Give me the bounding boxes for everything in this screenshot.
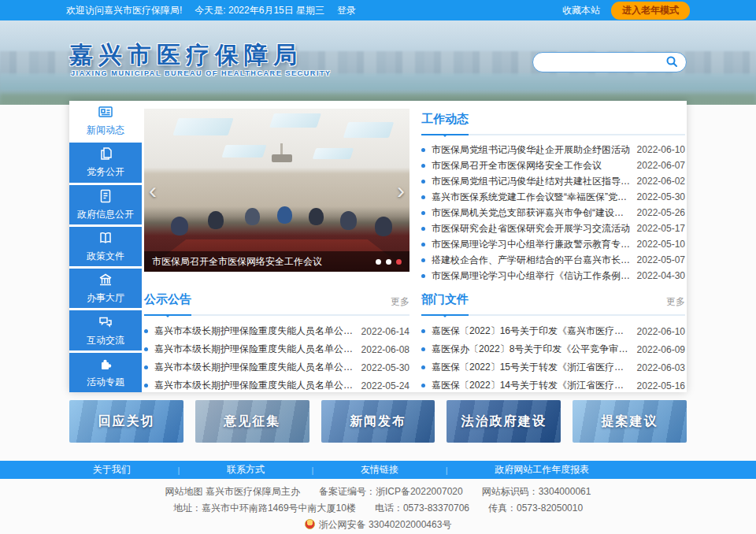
bullet-icon [421, 243, 425, 247]
work-news-list: 市医保局党组书记冯俊华赴企开展助企纾困活动2022-06-10 市医保局召开全市… [421, 142, 685, 284]
sitemap-link[interactable]: 网站地图 [165, 486, 203, 497]
bullet-icon [421, 329, 425, 333]
newspaper-icon [97, 104, 114, 120]
footer-line1: 网站地图 嘉兴市医疗保障局主办 备案证编号：浙ICP备2022007020 网站… [0, 484, 756, 500]
footer-security-link[interactable]: 浙公网安备 33040202000463号 [0, 517, 756, 533]
sidebar-item-service-hall[interactable]: 办事大厅 [69, 269, 142, 308]
news-item[interactable]: 市医保局党组书记冯俊华赴企开展助企纾困活动2022-06-10 [421, 142, 685, 158]
news-title: 市医保局机关党总支部获评嘉兴市争创“建设清廉机... [432, 206, 631, 220]
news-item[interactable]: 市医保局理论学习中心组举行廉政警示教育专题学习...2022-05-10 [421, 236, 685, 252]
puzzle-icon [98, 356, 113, 372]
carousel-dot-active[interactable] [396, 259, 402, 265]
banner-label: 提案建议 [602, 413, 658, 430]
footer-nav: 关于我们 | 联系方式 | 友情链接 | 政府网站工作年度报表 [0, 461, 756, 479]
news-date: 2022-06-10 [637, 144, 685, 155]
banner-label: 回应关切 [98, 413, 154, 430]
news-item[interactable]: 市医保局召开全市医保网络安全工作会议2022-06-07 [421, 158, 685, 173]
news-date: 2022-05-10 [637, 239, 685, 250]
section-work-news: 工作动态 市医保局党组书记冯俊华赴企开展助企纾困活动2022-06-10 市医保… [421, 112, 685, 284]
banner-rule-of-law[interactable]: 法治政府建设 [447, 400, 561, 443]
police-badge-icon [305, 519, 315, 529]
news-date: 2022-06-08 [361, 344, 410, 355]
news-item[interactable]: 嘉医保〔2022〕16号关于印发《嘉兴市医疗保...2022-06-10 [421, 322, 685, 340]
section-header: 工作动态 [421, 112, 685, 135]
ceiling-light [173, 118, 234, 135]
carousel-dots [376, 259, 402, 265]
news-item[interactable]: 嘉兴市本级长期护理保险重度失能人员名单公示（2...2022-05-24 [144, 376, 410, 395]
banner-proposals[interactable]: 提案建议 [573, 400, 687, 443]
news-item[interactable]: 嘉医保〔2022〕15号关于转发《浙江省医疗保...2022-06-03 [421, 358, 685, 376]
news-date: 2022-05-24 [361, 380, 410, 391]
news-date: 2022-06-10 [637, 326, 685, 337]
footer-line1-text: 嘉兴市医疗保障局主办 备案证编号：浙ICP备2022007020 网站标识码：3… [206, 486, 591, 497]
login-link[interactable]: 登录 [337, 4, 356, 17]
documents-more-link[interactable]: 更多 [666, 295, 685, 309]
footer-nav-about[interactable]: 关于我们 [93, 463, 131, 477]
news-carousel-slide[interactable]: ‹ › 市医保局召开全市医保网络安全工作会议 [144, 109, 410, 272]
sidebar-item-party-affairs[interactable]: 党务公开 [69, 143, 142, 182]
banner-news-release[interactable]: 新闻发布 [321, 400, 435, 443]
search-input[interactable] [541, 57, 665, 68]
banner-respond-concerns[interactable]: 回应关切 [69, 400, 183, 443]
search-button[interactable] [665, 55, 678, 70]
news-title: 嘉兴市本级长期护理保险重度失能人员名单公示（2... [154, 361, 355, 374]
sidebar-item-label: 党务公开 [87, 165, 124, 179]
news-date: 2022-05-16 [637, 380, 685, 391]
favorite-site-link[interactable]: 收藏本站 [562, 4, 600, 17]
bank-icon [98, 272, 113, 287]
news-item[interactable]: 嘉医保〔2022〕14号关于转发《浙江省医疗保...2022-05-16 [421, 376, 685, 395]
carousel-caption: 市医保局召开全市医保网络安全工作会议 [152, 255, 369, 269]
chat-icon [98, 314, 113, 330]
sidebar-item-policy-files[interactable]: 政策文件 [69, 227, 142, 266]
news-item[interactable]: 嘉兴市本级长期护理保险重度失能人员名单公示（2...2022-06-08 [144, 340, 410, 358]
footer-nav-links[interactable]: 友情链接 [361, 463, 398, 477]
footer-nav-inner: 关于我们 | 联系方式 | 友情链接 | 政府网站工作年度报表 [69, 463, 613, 477]
news-item[interactable]: 嘉兴市本级长期护理保险重度失能人员名单公示（2...2022-05-30 [144, 358, 410, 376]
bullet-icon [144, 329, 148, 333]
chevron-right-icon[interactable]: › [397, 179, 405, 202]
bullet-icon [421, 195, 425, 199]
elder-mode-button[interactable]: 进入老年模式 [611, 2, 690, 20]
divider: | [446, 465, 448, 475]
news-title: 嘉兴市医保系统党建工作会议暨“幸福医保”党建联... [432, 191, 631, 204]
person-silhouette [277, 206, 292, 224]
news-date: 2022-05-17 [637, 223, 685, 234]
projector [272, 154, 292, 162]
header-banner: 嘉兴市医疗保障局 JIAXING MUNICIPAL BUREAU OF HEA… [0, 20, 756, 105]
news-item[interactable]: 嘉兴市本级长期护理保险重度失能人员名单公示（2...2022-06-14 [144, 322, 410, 340]
news-item[interactable]: 市医保局理论学习中心组举行《信访工作条例》专题...2022-04-30 [421, 268, 685, 284]
site-title: 嘉兴市医疗保障局 [69, 39, 302, 72]
news-item[interactable]: 市医保研究会赴省医保研究会开展学习交流活动2022-05-17 [421, 221, 685, 236]
news-item[interactable]: 市医保局党组书记冯俊华赴结对共建社区指导全国文...2022-06-02 [421, 173, 685, 189]
carousel-dot[interactable] [386, 259, 391, 265]
banner-label: 法治政府建设 [461, 413, 547, 430]
notices-more-link[interactable]: 更多 [391, 295, 410, 309]
bullet-icon [144, 384, 148, 388]
footer-nav-annual-report[interactable]: 政府网站工作年度报表 [495, 463, 589, 477]
topbar: 欢迎访问嘉兴市医疗保障局! 今天是: 2022年6月15日 星期三 登录 收藏本… [0, 0, 756, 20]
news-title: 嘉医保〔2022〕16号关于印发《嘉兴市医疗保... [432, 324, 631, 338]
sidebar-item-news[interactable]: 新闻动态 [69, 101, 142, 140]
news-item[interactable]: 嘉医保办〔2022〕8号关于印发《公平竞争审查...2022-06-09 [421, 340, 685, 358]
chevron-left-icon[interactable]: ‹ [149, 179, 157, 202]
sidebar-item-label: 活动专题 [87, 376, 124, 389]
news-item[interactable]: 市医保局机关党总支部获评嘉兴市争创“建设清廉机...2022-05-26 [421, 205, 685, 221]
sidebar-item-special-topics[interactable]: 活动专题 [69, 353, 142, 392]
sidebar-item-gov-info[interactable]: 政府信息公开 [69, 185, 142, 224]
news-title: 嘉医保办〔2022〕8号关于印发《公平竞争审查... [432, 343, 631, 356]
bullet-icon [144, 365, 148, 369]
sidebar: 新闻动态 党务公开 政府信息公开 [69, 101, 142, 392]
news-date: 2022-05-30 [637, 191, 685, 202]
banner-opinion-collection[interactable]: 意见征集 [195, 400, 309, 443]
news-item[interactable]: 嘉兴市医保系统党建工作会议暨“幸福医保”党建联...2022-05-30 [421, 189, 685, 205]
footer-line2: 地址：嘉兴市中环南路1469号中南大厦10楼 电话：0573-83370706 … [0, 500, 756, 517]
section-header: 公示公告 更多 [144, 292, 410, 316]
carousel-dot[interactable] [376, 259, 381, 265]
carousel-photo [144, 109, 410, 272]
carousel-caption-bar: 市医保局召开全市医保网络安全工作会议 [144, 251, 410, 272]
news-item[interactable]: 搭建校企合作、产学研相结合的平台嘉兴市长期护理...2022-05-07 [421, 252, 685, 268]
news-title: 搭建校企合作、产学研相结合的平台嘉兴市长期护理... [432, 254, 631, 267]
footer-nav-contact[interactable]: 联系方式 [227, 463, 265, 477]
sidebar-item-interaction[interactable]: 互动交流 [69, 310, 142, 350]
news-title: 市医保局理论学习中心组举行廉政警示教育专题学习... [432, 238, 631, 251]
